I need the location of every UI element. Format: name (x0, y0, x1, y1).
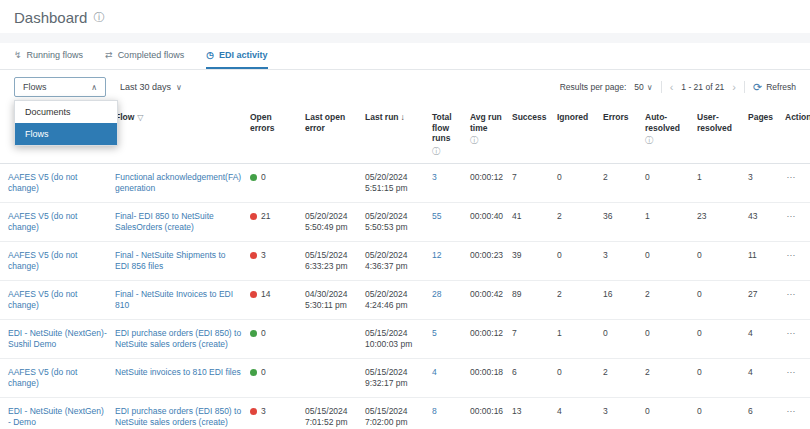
user-resolved-cell: 0 (697, 367, 748, 378)
row-actions-button[interactable]: ⋯ (785, 172, 796, 183)
integration-link[interactable]: AAFES V5 (do not change) (8, 367, 115, 389)
tab-edi-activity[interactable]: ◷ EDI activity (206, 43, 267, 69)
date-range-dropdown[interactable]: Last 30 days ∨ (118, 78, 184, 96)
row-actions-button[interactable]: ⋯ (785, 406, 796, 417)
total-flow-runs-link[interactable]: 3 (432, 172, 470, 183)
user-resolved-cell: 1 (697, 172, 748, 183)
integration-link[interactable]: EDI - NetSuite (NextGen) - Demo (8, 406, 115, 428)
open-errors-count: 0 (261, 172, 266, 183)
status-dot-icon (250, 291, 257, 298)
sort-desc-icon[interactable]: ↓ (401, 112, 405, 122)
auto-resolved-cell: 2 (645, 289, 697, 300)
total-flow-runs-link[interactable]: 5 (432, 328, 470, 339)
flow-link[interactable]: Final- EDI 850 to NetSuite SalesOrders (… (115, 211, 250, 233)
tab-bar: ↯ Running flows ⇄ Completed flows ◷ EDI … (0, 43, 810, 70)
success-cell: 7 (512, 328, 557, 339)
page-info-icon[interactable]: ⓘ (93, 10, 104, 25)
filter-icon[interactable]: ▽ (137, 113, 143, 122)
tab-running-flows[interactable]: ↯ Running flows (14, 43, 83, 69)
table-row: AAFES V5 (do not change)Functional ackno… (0, 164, 810, 203)
date-line: 04/30/2024 (305, 289, 357, 300)
total-flow-runs-link[interactable]: 8 (432, 406, 470, 417)
row-actions-button[interactable]: ⋯ (785, 250, 796, 261)
flow-link[interactable]: Final - NetSuite Shipments to EDI 856 fi… (115, 250, 250, 272)
ignored-cell: 2 (557, 289, 603, 300)
prev-page-button[interactable]: ‹ (670, 81, 674, 93)
avg-run-time-cell: 00:00:12 (470, 172, 512, 183)
open-errors-cell: 21 (250, 211, 305, 222)
integration-link[interactable]: AAFES V5 (do not change) (8, 211, 115, 233)
date-line: 05/15/2024 (305, 406, 357, 417)
refresh-label: Refresh (766, 82, 796, 92)
integration-link[interactable]: AAFES V5 (do not change) (8, 172, 115, 194)
auto-resolved-cell: 2 (645, 367, 697, 378)
column-header-last_open_error: Last open error (305, 112, 365, 133)
filter-bar: Flows ∧ Documents Flows Last 30 days ∨ R… (0, 70, 810, 104)
tab-completed-flows[interactable]: ⇄ Completed flows (105, 43, 184, 69)
info-icon[interactable]: ⓘ (645, 136, 689, 146)
success-cell: 41 (512, 211, 557, 222)
success-cell: 39 (512, 250, 557, 261)
row-actions-button[interactable]: ⋯ (785, 367, 796, 378)
pages-cell: 6 (748, 406, 785, 417)
date-line: 05/15/2024 (365, 406, 424, 417)
record-type-dropdown[interactable]: Flows ∧ (14, 77, 106, 97)
flow-link[interactable]: EDI purchase orders (EDI 850) to NetSuit… (115, 328, 250, 350)
column-label: Avg run time (470, 112, 502, 133)
status-dot-icon (250, 213, 257, 220)
open-errors-count: 3 (261, 406, 266, 417)
status-dot-icon (250, 330, 257, 337)
total-flow-runs-link[interactable]: 55 (432, 211, 470, 222)
last-run-cell: 05/15/20249:32:17 pm (365, 367, 432, 389)
last-open-error-cell: 05/15/20246:33:23 pm (305, 250, 365, 272)
avg-run-time-cell: 00:00:40 (470, 211, 512, 222)
integration-link[interactable]: AAFES V5 (do not change) (8, 289, 115, 311)
flow-link[interactable]: Final - NetSuite Invoices to EDI 810 (115, 289, 250, 311)
running-flows-icon: ↯ (14, 50, 22, 60)
column-label: Actions (785, 112, 810, 122)
total-flow-runs-link[interactable]: 28 (432, 289, 470, 300)
column-header-total_runs: Total flow runsⓘ (432, 112, 470, 157)
tab-label: Running flows (27, 50, 84, 60)
next-page-button[interactable]: › (732, 81, 736, 93)
row-actions-button[interactable]: ⋯ (785, 328, 796, 339)
total-flow-runs-link[interactable]: 12 (432, 250, 470, 261)
integration-link[interactable]: AAFES V5 (do not change) (8, 250, 115, 272)
menu-item-documents[interactable]: Documents (15, 101, 117, 123)
record-type-menu: Documents Flows (14, 100, 118, 146)
flow-link[interactable]: NetSuite invoices to 810 EDI files (115, 367, 250, 378)
open-errors-cell: 0 (250, 172, 305, 183)
pages-cell: 3 (748, 172, 785, 183)
pages-cell: 11 (748, 250, 785, 261)
flow-link[interactable]: Functional acknowledgement(FA) generatio… (115, 172, 250, 194)
integration-link[interactable]: EDI - NetSuite (NextGen)- Sushil Demo (8, 328, 115, 350)
open-errors-cell: 0 (250, 367, 305, 378)
column-label: Pages (748, 112, 773, 122)
row-actions-button[interactable]: ⋯ (785, 289, 796, 300)
flow-link[interactable]: EDI purchase orders (EDI 850) to NetSuit… (115, 406, 250, 428)
total-flow-runs-link[interactable]: 4 (432, 367, 470, 378)
menu-item-flows[interactable]: Flows (15, 123, 117, 145)
date-line: 10:00:03 pm (365, 339, 424, 350)
ignored-cell: 4 (557, 406, 603, 417)
errors-cell: 2 (603, 367, 645, 378)
date-line: 5:30:11 pm (305, 300, 357, 311)
pagination-bar: Results per page: 50 ∨ ‹ 1 - 21 of 21 › … (560, 81, 796, 94)
last-run-cell: 05/20/20244:36:37 pm (365, 250, 432, 272)
row-actions-button[interactable]: ⋯ (785, 211, 796, 222)
errors-cell: 3 (603, 406, 645, 417)
results-per-page-label: Results per page: (560, 82, 627, 92)
auto-resolved-cell: 0 (645, 406, 697, 417)
column-label: Ignored (557, 112, 588, 122)
refresh-button[interactable]: ⟳ Refresh (753, 81, 796, 94)
column-header-ignored: Ignored (557, 112, 603, 123)
info-icon[interactable]: ⓘ (470, 136, 504, 146)
open-errors-count: 3 (261, 250, 266, 261)
date-line: 7:02:00 pm (365, 417, 424, 428)
chevron-down-icon: ∨ (647, 83, 653, 92)
results-per-page-select[interactable]: 50 ∨ (634, 82, 652, 92)
column-header-last_run[interactable]: Last run↓ (365, 112, 432, 123)
info-icon[interactable]: ⓘ (432, 147, 462, 157)
last-open-error-cell: 05/15/20247:01:52 pm (305, 406, 365, 428)
column-label: Success (512, 112, 547, 122)
